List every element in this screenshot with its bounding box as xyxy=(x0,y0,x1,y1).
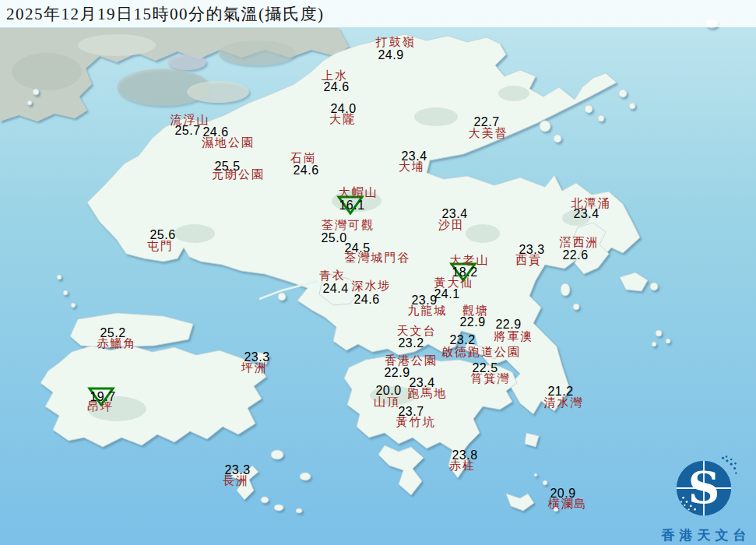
station-name: 荃灣可觀 xyxy=(322,218,374,233)
station-name: 大老山 xyxy=(450,253,490,268)
svg-text:S: S xyxy=(688,462,720,513)
station-name: 啟德跑道公園 xyxy=(441,345,521,360)
map-title: 2025年12月19日15時00分的氣溫(攝氏度) xyxy=(6,3,325,25)
station-name: 長洲 xyxy=(223,473,249,488)
station-name: 黃竹坑 xyxy=(396,415,436,430)
station-name: 大埔 xyxy=(399,160,425,174)
station-name: 上水 xyxy=(322,69,348,83)
station-name: 石崗 xyxy=(290,151,317,166)
station-temperature: 22.9 xyxy=(384,366,410,380)
station-temperature: 25.0 xyxy=(321,231,346,245)
station-temperature: 24.6 xyxy=(353,293,379,307)
station-name: 大隴 xyxy=(329,112,356,127)
station-name: 清水灣 xyxy=(544,396,584,410)
station-temperature: 24.4 xyxy=(322,282,348,296)
station-name: 橫瀾島 xyxy=(548,497,588,512)
station-name: 黃大仙 xyxy=(434,276,474,290)
station-name: 滘西洲 xyxy=(560,235,600,250)
station-temperature: 24.6 xyxy=(293,164,318,178)
station-name: 觀塘 xyxy=(462,304,489,318)
station-name: 打鼓嶺 xyxy=(376,35,416,50)
hko-logo: S 香港天文台 HONG KONG OBSERVATORY xyxy=(649,454,756,545)
hko-logo-icon: S xyxy=(670,454,738,522)
station-temperature: 22.6 xyxy=(562,248,588,262)
title-bar: 2025年12月19日15時00分的氣溫(攝氏度) xyxy=(0,0,756,27)
station-name: 元朗公園 xyxy=(212,167,265,182)
station-temperature: 24.9 xyxy=(378,48,403,62)
station-temperature: 16.1 xyxy=(339,199,364,213)
station-name: 香港公園 xyxy=(385,353,438,368)
station-name: 西貢 xyxy=(515,253,542,268)
station-name: 深水埗 xyxy=(352,279,392,294)
station-name: 大帽山 xyxy=(339,185,378,200)
station-name: 流浮山 xyxy=(171,113,210,128)
hko-logo-chinese-name: 香港天文台 xyxy=(653,526,756,544)
station-name: 九龍城 xyxy=(408,304,448,318)
station-name: 北潭涌 xyxy=(571,196,611,211)
station-temperature: 23.2 xyxy=(398,336,424,350)
station-name: 筲箕灣 xyxy=(471,371,511,386)
station-name: 大美督 xyxy=(469,126,508,141)
station-name: 坪洲 xyxy=(241,360,268,375)
station-name: 赤鱲角 xyxy=(97,336,137,351)
stations-layer: 打鼓嶺 24.9 上水 24.6 大隴 24.0 流浮山 25.7 濕地公園 2… xyxy=(0,0,756,545)
station-name: 青衣 xyxy=(319,269,346,283)
station-name: 濕地公園 xyxy=(202,135,255,150)
temperature-map-screen: 2025年12月19日15時00分的氣溫(攝氏度) 打鼓嶺 24.9 上水 24… xyxy=(0,0,756,545)
station-name: 沙田 xyxy=(438,218,465,233)
station-name: 荃灣城門谷 xyxy=(345,251,411,265)
station-name: 赤柱 xyxy=(449,459,476,473)
station-name: 屯門 xyxy=(147,239,174,254)
station-name: 昂坪 xyxy=(87,399,114,414)
station-name: 將軍澳 xyxy=(494,329,534,344)
station-name: 山頂 xyxy=(374,395,400,410)
station-name: 跑馬地 xyxy=(408,386,448,401)
station-name: 天文台 xyxy=(397,324,437,339)
